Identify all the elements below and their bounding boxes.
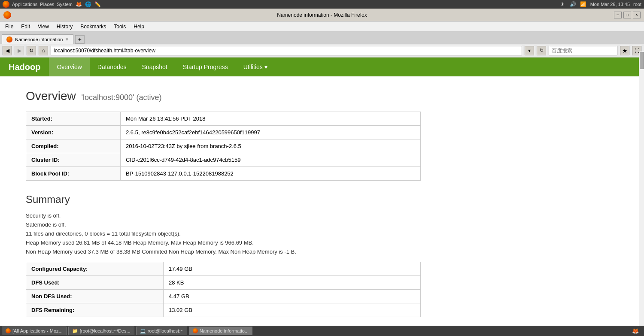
datetime-display: Mon Mar 26, 13:45 (590, 2, 630, 7)
taskbar-icon-3 (193, 328, 198, 330)
table-label: Configured Capacity: (26, 262, 164, 276)
summary-line-4: Non Heap Memory used 37.3 MB of 38.38 MB… (26, 248, 618, 255)
system-label[interactable]: System (57, 2, 73, 7)
tab-label: Namenode information (15, 37, 63, 42)
table-row: Cluster ID: CID-c201f6cc-d749-42d4-8ac1-… (26, 153, 421, 167)
table-label: DFS Remaining: (26, 303, 164, 317)
taskbar-icon-0 (6, 328, 11, 330)
taskbar-item-3[interactable]: Namenode informatio... (189, 327, 252, 330)
minimize-button[interactable]: − (614, 12, 622, 18)
table-label: Non DFS Used: (26, 290, 164, 303)
home-button[interactable]: ⌂ (39, 46, 48, 55)
menu-edit[interactable]: Edit (18, 23, 33, 30)
page-title: Overview 'localhost:9000' (active) (26, 89, 618, 103)
table-row: Block Pool ID: BP-1510902843-127.0.0.1-1… (26, 167, 421, 181)
network-status-icon: 📶 (580, 1, 587, 8)
scroll-thumb[interactable] (640, 52, 644, 69)
nav-startup-progress[interactable]: Startup Progress (175, 58, 236, 76)
summary-line-1: Safemode is off. (26, 221, 618, 228)
taskbar-item-1[interactable]: 📁 [root@localhost:~/Des... (68, 327, 134, 330)
menu-history[interactable]: History (53, 23, 76, 30)
edit-icon: ✏️ (94, 1, 101, 8)
table-label: Compiled: (26, 139, 121, 153)
taskbar-icon-1: 📁 (72, 328, 78, 330)
window-title: Namenode information - Mozilla Firefox (277, 12, 367, 18)
refresh-icon[interactable]: ↻ (537, 46, 546, 55)
menu-bookmarks[interactable]: Bookmarks (77, 23, 109, 30)
network-icon: 🌐 (85, 1, 91, 8)
hadoop-brand: Hadoop (9, 62, 49, 72)
table-value: 2.6.5, re8c9fe0b4c252caf2ebf146422059965… (121, 126, 421, 139)
hadoop-navbar: Hadoop Overview Datanodes Snapshot Start… (0, 58, 644, 76)
table-label: DFS Used: (26, 276, 164, 290)
table-row: Version: 2.6.5, re8c9fe0b4c252caf2ebf146… (26, 126, 421, 139)
summary-line-2: 11 files and directories, 0 blocks = 11 … (26, 230, 618, 237)
close-button[interactable]: × (633, 12, 641, 18)
table-value: CID-c201f6cc-d749-42d4-8ac1-adc974cb5159 (121, 153, 421, 167)
scrollbar[interactable] (639, 51, 644, 326)
taskbar-item-0[interactable]: [All Applications - Moz... (2, 327, 67, 330)
table-value: 28 KB (164, 276, 421, 290)
nav-overview[interactable]: Overview (49, 58, 89, 76)
taskbar-label-0: [All Applications - Moz... (12, 328, 63, 330)
brightness-icon: ☀ (559, 1, 566, 8)
maximize-button[interactable]: □ (623, 12, 631, 18)
url-go-button[interactable]: ▾ (525, 46, 534, 55)
table-row: DFS Remaining: 13.02 GB (26, 303, 421, 317)
nav-snapshot[interactable]: Snapshot (134, 58, 175, 76)
title-bar: Namenode information - Mozilla Firefox −… (0, 9, 644, 21)
system-bar-right: ☀ 🔊 📶 Mon Mar 26, 13:45 root (559, 1, 641, 8)
table-row: Non DFS Used: 4.47 GB (26, 290, 421, 303)
back-button[interactable]: ◀ (3, 46, 12, 55)
table-label: Block Pool ID: (26, 167, 121, 181)
table-label: Cluster ID: (26, 153, 121, 167)
forward-button[interactable]: ▶ (15, 46, 24, 55)
taskbar-icon-2: 💻 (140, 328, 146, 330)
url-input[interactable] (51, 46, 522, 55)
tab-favicon (6, 36, 12, 42)
summary-table: Configured Capacity: 17.49 GB DFS Used: … (26, 262, 421, 317)
summary-line-0: Security is off. (26, 212, 618, 219)
menu-view[interactable]: View (34, 23, 52, 30)
search-input[interactable] (549, 46, 617, 55)
table-row: DFS Used: 28 KB (26, 276, 421, 290)
summary-title: Summary (26, 194, 618, 206)
new-tab-button[interactable]: + (75, 35, 85, 44)
applications-menu[interactable]: Applications (12, 2, 37, 7)
menu-bar: File Edit View History Bookmarks Tools H… (0, 21, 644, 32)
browser-tab-bar: Namenode information × + (0, 32, 644, 44)
volume-icon: 🔊 (570, 1, 577, 8)
taskbar: [All Applications - Moz... 📁 [root@local… (0, 326, 644, 330)
nav-datanodes[interactable]: Datanodes (90, 58, 134, 76)
table-value: 13.02 GB (164, 303, 421, 317)
taskbar-label-1: [root@localhost:~/Des... (80, 328, 131, 330)
summary-line-3: Heap Memory used 26.81 MB of 44.18 MB He… (26, 239, 618, 246)
main-content: Overview 'localhost:9000' (active) Start… (0, 76, 644, 330)
table-value: BP-1510902843-127.0.0.1-1522081988252 (121, 167, 421, 181)
table-label: Version: (26, 126, 121, 139)
places-label[interactable]: Places (40, 2, 54, 7)
active-tab[interactable]: Namenode information × (2, 34, 73, 44)
firefox-taskbar-icon: 🦊 (632, 328, 639, 330)
table-value: 17.49 GB (164, 262, 421, 276)
menu-help[interactable]: Help (130, 23, 148, 30)
table-value: 4.47 GB (164, 290, 421, 303)
system-bar-left: Applications File Places System 🦊 🌐 ✏️ (3, 1, 556, 8)
table-row: Compiled: 2016-10-02T23:43Z by sjlee fro… (26, 139, 421, 153)
taskbar-label-3: Namenode informatio... (200, 328, 249, 330)
tab-close-icon[interactable]: × (65, 36, 69, 42)
nav-utilities[interactable]: Utilities ▾ (236, 58, 275, 76)
taskbar-item-2[interactable]: 💻 root@localhost:~ (136, 327, 187, 330)
reload-button[interactable]: ↻ (27, 46, 36, 55)
address-bar: ◀ ▶ ↻ ⌂ ▾ ↻ ★ ⛶ (0, 44, 644, 58)
system-bar: Applications File Places System 🦊 🌐 ✏️ ☀… (0, 0, 644, 9)
firefox-icon: 🦊 (75, 1, 82, 8)
table-label: Started: (26, 112, 121, 126)
menu-file[interactable]: File (2, 23, 17, 30)
menu-tools[interactable]: Tools (110, 23, 129, 30)
table-value: Mon Mar 26 13:41:56 PDT 2018 (121, 112, 421, 126)
window-controls[interactable]: − □ × (614, 12, 641, 18)
taskbar-label-2: root@localhost:~ (148, 328, 183, 330)
user-display: root (633, 2, 641, 7)
bookmark-button[interactable]: ★ (620, 46, 629, 55)
